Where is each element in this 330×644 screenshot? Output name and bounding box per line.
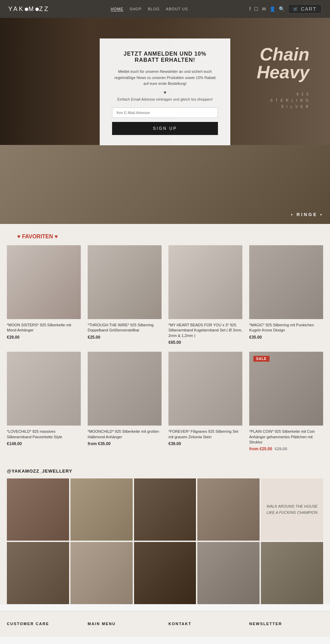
product-image: [168, 245, 242, 319]
heart-suffix: ♥: [55, 234, 58, 239]
product-price: €29.00: [7, 335, 81, 340]
product-name: *LOVECHILD* 925 massives Silberarmband P…: [7, 429, 81, 440]
instagram-photo[interactable]: [134, 542, 196, 604]
instagram-photo[interactable]: [70, 542, 133, 604]
instagram-text-card[interactable]: WALK AROUND THE HOUSE LIKE A FUCKING CHA…: [261, 478, 323, 541]
product-image: [168, 352, 242, 426]
facebook-icon[interactable]: f: [249, 6, 251, 12]
instagram-photo[interactable]: [197, 478, 260, 541]
favoriten-section: ♥ FAVORITEN ♥ *MOON SISTERS* 925 Silberk…: [0, 224, 330, 462]
product-image: [249, 245, 323, 319]
instagram-icon[interactable]: ☐: [254, 6, 258, 12]
product-price: €149.00: [7, 441, 81, 446]
product-price: from €35.00: [88, 441, 162, 446]
product-name: *THROUGH THE WIRE* 925 Silberring Doppel…: [88, 323, 162, 333]
instagram-photo[interactable]: [70, 478, 133, 541]
instagram-photo[interactable]: [197, 542, 260, 604]
footer-col-title: KONTAKT: [168, 622, 242, 626]
instagram-section-title: @YAKAMOZZ_JEWELLERY: [7, 468, 323, 474]
ringe-category[interactable]: • RINGE •: [251, 145, 330, 224]
footer-kontakt: KONTAKT: [168, 622, 242, 630]
discounted-price: €25.00: [260, 447, 272, 451]
footer-col-title: CUSTOMER CARE: [7, 622, 81, 626]
header: YAKMZZ HOME SHOP BLOG ABOUT US f ☐ ✉ 👤 🔍…: [0, 0, 330, 18]
categories-section: • KETTEN • Follow us @YAKAMOZZ_JEWELLERY…: [0, 145, 330, 224]
sale-price: from: [249, 447, 260, 451]
footer-newsletter: NEWSLETTER: [249, 622, 323, 630]
ringe-label: • RINGE •: [291, 212, 323, 217]
product-name: *MY HEART BEADS FOR YOU x 3* 925 Silbera…: [168, 323, 242, 338]
product-name: *FOREVER* Filigranes 925 Silberring Set …: [168, 429, 242, 440]
price-prefix: from: [88, 441, 98, 446]
nav-about[interactable]: ABOUT US: [166, 7, 188, 11]
footer-main-menu: MAIN MENU: [88, 622, 162, 630]
product-image: [88, 352, 162, 426]
product-card[interactable]: *THROUGH THE WIRE* 925 Silberring Doppel…: [88, 245, 162, 345]
product-price: €65.00: [168, 340, 242, 345]
footer-grid: CUSTOMER CARE MAIN MENU KONTAKT NEWSLETT…: [7, 622, 323, 630]
product-card[interactable]: *MAGIC* 925 Silberring mit Punktchen Kug…: [249, 245, 323, 345]
newsletter-modal: JETZT ANMELDEN UND 10% RABATT ERHALTEN! …: [100, 38, 230, 145]
modal-heart: ♥: [112, 90, 218, 95]
footer-col-title: MAIN MENU: [88, 622, 162, 626]
footer: CUSTOMER CARE MAIN MENU KONTAKT NEWSLETT…: [0, 611, 330, 637]
email-icon[interactable]: ✉: [262, 6, 266, 12]
nav-shop[interactable]: SHOP: [130, 7, 142, 11]
email-input[interactable]: [112, 108, 218, 118]
product-price: €39.00: [168, 441, 242, 446]
product-card[interactable]: *MOONCHILD* 925 Silberkette mit großen H…: [88, 352, 162, 451]
nav-icons: f ☐ ✉ 👤 🔍 🛒 CART: [249, 4, 322, 14]
product-price: €25.00: [88, 335, 162, 340]
product-image: [88, 245, 162, 319]
sale-badge: SALE: [253, 356, 270, 362]
modal-sub: Einfach Email Adresse eintragen und glei…: [112, 97, 218, 101]
modal-title: JETZT ANMELDEN UND 10% RABATT ERHALTEN!: [112, 51, 218, 63]
logo[interactable]: YAKMZZ: [8, 5, 50, 13]
product-name: *MAGIC* 925 Silberring mit Punktchen Kug…: [249, 323, 323, 333]
product-name: *MOONCHILD* 925 Silberkette mit großen H…: [88, 429, 162, 440]
main-nav: HOME SHOP BLOG ABOUT US: [111, 7, 188, 11]
signup-button[interactable]: SIGN UP: [112, 122, 218, 135]
heart-prefix: ♥: [17, 234, 21, 239]
product-name: *PLAIN COIN* 925 Silberkette mit Coin An…: [249, 429, 323, 445]
nav-blog[interactable]: BLOG: [148, 7, 160, 11]
product-card[interactable]: *LOVECHILD* 925 massives Silberarmband P…: [7, 352, 81, 451]
hero-text: Chain Heavy 9 2 5 S T E R L I N G S I L …: [257, 45, 309, 110]
footer-col-title: NEWSLETTER: [249, 622, 323, 626]
cart-button[interactable]: 🛒 CART: [288, 4, 322, 14]
product-card[interactable]: *FOREVER* Filigranes 925 Silberring Set …: [168, 352, 242, 451]
hero-title: Chain Heavy: [257, 45, 309, 81]
products-grid: *MOON SISTERS* 925 Silberkette mit Mond …: [7, 245, 323, 451]
product-card[interactable]: *MOON SISTERS* 925 Silberkette mit Mond …: [7, 245, 81, 345]
footer-customer-care: CUSTOMER CARE: [7, 622, 81, 630]
favoriten-text: FAVORITEN: [22, 234, 55, 239]
instagram-photo[interactable]: [261, 542, 323, 604]
product-image: [7, 245, 81, 319]
product-card[interactable]: *MY HEART BEADS FOR YOU x 3* 925 Silbera…: [168, 245, 242, 345]
price-value: €35.00: [98, 441, 111, 446]
search-icon[interactable]: 🔍: [279, 6, 285, 12]
original-price: €25.00: [275, 447, 287, 451]
hero-section: Chain Heavy 9 2 5 S T E R L I N G S I L …: [0, 18, 330, 145]
instagram-feed-section: @YAKAMOZZ_JEWELLERY WALK AROUND THE HOUS…: [0, 462, 330, 604]
product-price: €35.00: [249, 335, 323, 340]
instagram-photo[interactable]: [7, 478, 69, 541]
product-price: from €25.00 €25.00: [249, 447, 323, 451]
modal-desc: Meldet euch für unseren Newsletter an un…: [112, 69, 218, 87]
instagram-grid: WALK AROUND THE HOUSE LIKE A FUCKING CHA…: [7, 478, 323, 604]
nav-home[interactable]: HOME: [111, 7, 123, 11]
product-card[interactable]: SALE *PLAIN COIN* 925 Silberkette mit Co…: [249, 352, 323, 451]
instagram-photo[interactable]: [7, 542, 69, 604]
user-icon[interactable]: 👤: [270, 6, 275, 12]
modal-email-row: [112, 108, 218, 118]
instagram-photo[interactable]: [134, 478, 196, 541]
hero-subtitle: 9 2 5 S T E R L I N G S I L V E R: [257, 91, 309, 110]
product-name: *MOON SISTERS* 925 Silberkette mit Mond …: [7, 323, 81, 333]
favoriten-title: ♥ FAVORITEN ♥: [7, 224, 323, 245]
product-image: SALE: [249, 352, 323, 426]
product-image: [7, 352, 81, 426]
